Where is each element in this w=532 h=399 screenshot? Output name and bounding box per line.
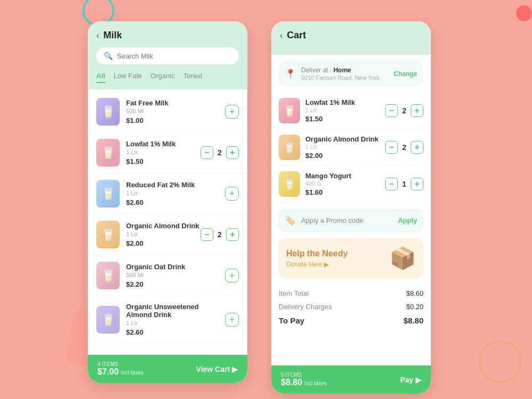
list-item: 🥛 Fat Free Milk 500 Ml $1.00 +	[88, 92, 247, 132]
cart-increase-qty-button[interactable]: +	[411, 104, 423, 117]
cart-item-size: 1 Ltr	[305, 144, 385, 150]
list-item: 🥛 Organic Unsweetened Almond Drink 1 Ltr…	[88, 296, 247, 343]
product-info: Organic Oat Drink 500 Ml $2.20	[126, 263, 225, 288]
list-item: 🥛 Lowfat 1% Milk 1 Ltr $1.50 − 2 +	[88, 132, 247, 173]
product-image: 🥛	[96, 221, 120, 248]
tab-organic[interactable]: Organic	[151, 72, 175, 83]
donate-link[interactable]: Donate Here ▶	[286, 261, 348, 268]
product-price: $2.60	[126, 198, 225, 206]
milk-back-button[interactable]: ‹	[96, 31, 99, 40]
items-count: 4 ITEMS	[97, 361, 143, 367]
search-bar[interactable]: 🔍	[96, 47, 239, 64]
product-image: 🥛	[96, 98, 120, 126]
cart-item-name: Lowfat 1% Milk	[305, 98, 385, 106]
cart-item-info: Mango Yogurt 400 G $1.60	[305, 172, 385, 196]
delivery-charge-value: $0.20	[406, 303, 423, 311]
item-total-value: $8.60	[406, 289, 423, 297]
list-item: 🥛 Organic Almond Drink 1 Ltr $2.00 − 2 +	[88, 214, 247, 255]
cart-body: 📍 Deliver at : Home 5010 Farnum Road, Ne…	[271, 55, 431, 342]
list-item: 🥛 Reduced Fat 2% Milk 1 Ltr $2.60 +	[88, 173, 247, 214]
pay-button[interactable]: Pay ▶	[400, 376, 421, 384]
product-price: $2.20	[126, 280, 225, 288]
tab-lowfate[interactable]: Low Fate	[114, 72, 142, 83]
product-price: $2.00	[126, 239, 201, 247]
quantity-control: − 2 +	[201, 146, 239, 159]
order-summary: Item Total $8.60 Delivery Charges $0.20 …	[279, 282, 423, 332]
charity-banner: Help the Needy Donate Here ▶ 📦	[279, 238, 423, 278]
cart-quantity-display: 2	[401, 143, 408, 152]
cart-panel-header: ‹ Cart	[271, 21, 431, 55]
decrease-qty-button[interactable]: −	[201, 228, 213, 241]
search-icon: 🔍	[104, 52, 113, 60]
item-total-row: Item Total $8.60	[279, 287, 423, 300]
product-info: Fat Free Milk 500 Ml $1.00	[126, 99, 225, 124]
tab-all[interactable]: All	[96, 72, 105, 83]
add-to-cart-button[interactable]: +	[225, 105, 239, 119]
change-address-button[interactable]: Change	[394, 70, 417, 78]
cart-quantity-control: − 2 +	[385, 104, 423, 117]
cart-quantity-display: 1	[401, 180, 408, 188]
add-to-cart-button[interactable]: +	[225, 269, 239, 282]
cart-increase-qty-button[interactable]: +	[411, 141, 423, 154]
product-size: 1 Ltr	[126, 149, 201, 155]
product-name: Fat Free Milk	[126, 99, 225, 107]
tab-toned[interactable]: Toned	[184, 72, 202, 83]
cart-panel: ‹ Cart 📍 Deliver at : Home 5010 Farnum R…	[271, 21, 431, 394]
product-name: Lowfat 1% Milk	[126, 140, 201, 148]
list-item: 🥛 Organic Oat Drink 500 Ml $2.20 +	[88, 255, 247, 296]
quantity-control: − 2 +	[201, 228, 239, 241]
delivery-charge-label: Delivery Charges	[279, 303, 332, 311]
product-name: Organic Unsweetened Almond Drink	[126, 303, 225, 319]
footer-order-info: 5 ITEMS $8.80 Incl taxes	[281, 372, 327, 387]
add-to-cart-button[interactable]: +	[225, 313, 239, 327]
promo-code-row: 🏷️ Apply a Promo code Apply	[279, 209, 423, 232]
cart-item-price: $1.60	[305, 188, 385, 196]
increase-qty-button[interactable]: +	[226, 146, 239, 159]
cart-item-image: 🥛	[279, 98, 300, 123]
product-size: 1 Ltr	[126, 190, 225, 196]
delivery-charge-row: Delivery Charges $0.20	[279, 300, 423, 313]
cart-item: 🥛 Mango Yogurt 400 G $1.60 − 1 +	[279, 166, 423, 203]
cart-decrease-qty-button[interactable]: −	[385, 178, 398, 190]
product-list: 🥛 Fat Free Milk 500 Ml $1.00 + 🥛 Lowfat …	[88, 89, 247, 345]
delivery-address: 5010 Farnum Road, New York	[301, 74, 394, 81]
cart-increase-qty-button[interactable]: +	[411, 178, 423, 190]
quantity-display: 2	[217, 230, 223, 239]
add-to-cart-button[interactable]: +	[225, 187, 239, 201]
to-pay-value: $8.80	[403, 316, 423, 325]
promo-placeholder: Apply a Promo code	[301, 217, 398, 225]
product-price: $2.60	[126, 328, 225, 336]
cart-decrease-qty-button[interactable]: −	[385, 104, 398, 117]
cart-item-name: Mango Yogurt	[305, 172, 385, 180]
delivery-info: Deliver at : Home 5010 Farnum Road, New …	[301, 66, 394, 81]
to-pay-row: To Pay $8.80	[279, 313, 423, 328]
product-image: 🥛	[96, 180, 120, 207]
item-total-label: Item Total	[279, 289, 309, 297]
apply-promo-button[interactable]: Apply	[398, 217, 417, 225]
cart-pay-total: $8.80	[281, 378, 302, 387]
cart-decrease-qty-button[interactable]: −	[385, 141, 398, 154]
product-name: Organic Oat Drink	[126, 263, 225, 271]
increase-qty-button[interactable]: +	[226, 228, 239, 241]
milk-page-title: Milk	[103, 30, 122, 41]
cart-item-size: 400 G	[305, 180, 385, 187]
cart-item-image: 🥛	[279, 135, 300, 160]
cart-quantity-display: 2	[401, 106, 408, 115]
milk-list-panel: ‹ Milk 🔍 All Low Fate Organic Toned 🥛 Fa…	[88, 21, 247, 383]
charity-title: Help the Needy	[286, 249, 348, 259]
cart-item-price: $1.50	[305, 115, 385, 123]
decrease-qty-button[interactable]: −	[201, 146, 213, 159]
view-cart-button[interactable]: View Cart ▶	[196, 365, 238, 373]
view-cart-footer[interactable]: 4 ITEMS $7.00 Incl taxes View Cart ▶	[88, 355, 247, 383]
product-info: Reduced Fat 2% Milk 1 Ltr $2.60	[126, 181, 225, 206]
milk-panel-header: ‹ Milk 🔍 All Low Fate Organic Toned	[88, 21, 247, 89]
cart-back-button[interactable]: ‹	[280, 31, 282, 40]
pay-footer[interactable]: 5 ITEMS $8.80 Incl taxes Pay ▶	[271, 365, 431, 394]
delivery-location: Home	[334, 66, 351, 74]
bg-dot-decoration	[516, 5, 532, 21]
location-icon: 📍	[285, 69, 296, 79]
product-info: Organic Unsweetened Almond Drink 1 Ltr $…	[126, 303, 225, 336]
search-input[interactable]	[117, 52, 231, 60]
charity-text: Help the Needy Donate Here ▶	[286, 249, 348, 268]
bg-ring-decoration	[479, 340, 521, 383]
